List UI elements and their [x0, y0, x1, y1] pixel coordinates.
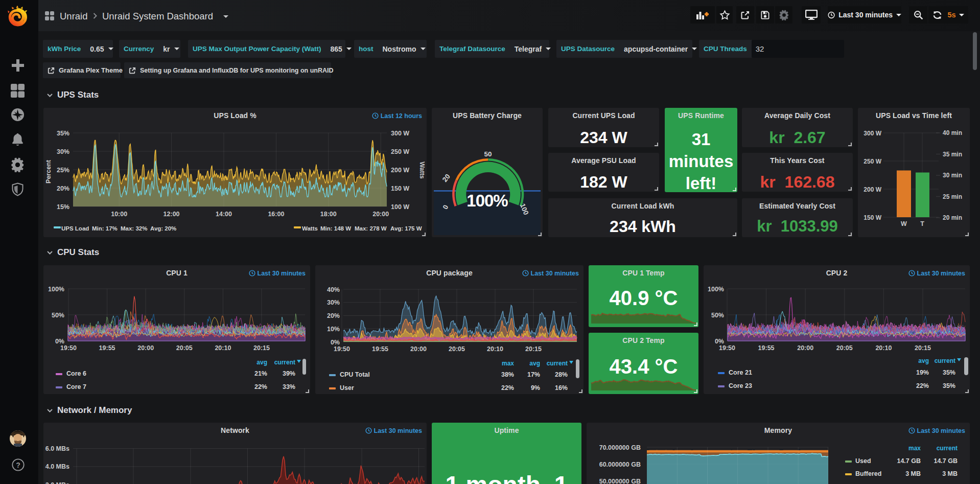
- svg-text:20:05: 20:05: [176, 344, 193, 352]
- svg-text:19:50: 19:50: [719, 344, 735, 352]
- svg-text:6.0 MBs: 6.0 MBs: [45, 445, 69, 452]
- svg-text:19:50: 19:50: [60, 344, 77, 352]
- svg-text:20:10: 20:10: [215, 344, 231, 352]
- svg-text:12:00: 12:00: [164, 211, 180, 218]
- svg-text:current: current: [937, 445, 958, 452]
- svg-text:22%: 22%: [254, 383, 267, 390]
- svg-text:Max: 32%: Max: 32%: [121, 225, 147, 232]
- svg-text:User: User: [340, 384, 354, 391]
- svg-text:33%: 33%: [283, 383, 295, 390]
- svg-text:20:00: 20:00: [410, 345, 427, 353]
- svg-text:20:00: 20:00: [137, 344, 154, 352]
- svg-text:CPU Total: CPU Total: [340, 371, 370, 378]
- svg-text:30%: 30%: [57, 148, 69, 155]
- svg-text:22%: 22%: [916, 382, 929, 389]
- svg-text:38%: 38%: [501, 371, 514, 378]
- svg-text:30 min: 30 min: [943, 172, 962, 179]
- svg-text:250 W: 250 W: [391, 148, 409, 155]
- svg-text:35%: 35%: [57, 130, 69, 137]
- svg-text:20:05: 20:05: [836, 344, 853, 352]
- svg-text:70.000000 GB: 70.000000 GB: [599, 444, 641, 451]
- svg-text:18:00: 18:00: [320, 211, 337, 218]
- svg-text:Core 21: Core 21: [729, 369, 752, 376]
- svg-text:0%: 0%: [331, 339, 340, 346]
- svg-text:2.0 MBs: 2.0 MBs: [45, 481, 69, 484]
- svg-text:100 W: 100 W: [391, 203, 409, 211]
- svg-text:Used: Used: [855, 457, 871, 465]
- svg-text:14:00: 14:00: [216, 211, 232, 218]
- svg-text:150 W: 150 W: [864, 214, 881, 221]
- svg-text:14.7 GB: 14.7 GB: [897, 457, 921, 465]
- svg-text:UPS Load: UPS Load: [61, 225, 89, 232]
- svg-text:4.0 MBs: 4.0 MBs: [45, 463, 69, 470]
- svg-text:avg: avg: [918, 357, 929, 364]
- svg-text:19:55: 19:55: [99, 344, 115, 352]
- svg-text:300 W: 300 W: [391, 130, 409, 137]
- svg-text:50: 50: [484, 150, 492, 158]
- svg-text:current: current: [274, 359, 295, 366]
- svg-text:300 W: 300 W: [864, 130, 881, 137]
- svg-text:Watts: Watts: [302, 225, 318, 232]
- svg-text:current: current: [547, 360, 568, 367]
- svg-text:20:05: 20:05: [449, 345, 465, 353]
- svg-text:17%: 17%: [527, 371, 540, 378]
- svg-text:20 min: 20 min: [943, 214, 962, 221]
- svg-text:50.000000 GB: 50.000000 GB: [599, 478, 641, 484]
- svg-text:100%: 100%: [708, 286, 724, 293]
- svg-text:40%: 40%: [327, 286, 340, 293]
- svg-text:39%: 39%: [283, 370, 295, 377]
- svg-text:W: W: [901, 220, 907, 227]
- svg-text:avg: avg: [529, 360, 540, 367]
- svg-text:16%: 16%: [555, 384, 568, 391]
- svg-text:100%: 100%: [48, 286, 64, 293]
- svg-text:0%: 0%: [715, 338, 724, 345]
- svg-text:19%: 19%: [916, 369, 929, 376]
- svg-text:20:00: 20:00: [372, 211, 389, 218]
- svg-text:20:15: 20:15: [915, 344, 931, 352]
- svg-text:max: max: [502, 360, 514, 367]
- svg-text:60.000000 GB: 60.000000 GB: [599, 461, 641, 468]
- svg-text:25%: 25%: [57, 167, 69, 174]
- svg-text:20:10: 20:10: [875, 344, 892, 352]
- svg-text:30%: 30%: [327, 299, 340, 306]
- svg-text:28%: 28%: [555, 371, 568, 378]
- svg-text:9%: 9%: [531, 384, 540, 391]
- svg-text:20:10: 20:10: [487, 345, 503, 353]
- svg-text:20:15: 20:15: [253, 344, 270, 352]
- svg-text:20: 20: [441, 173, 452, 183]
- svg-text:20%: 20%: [327, 312, 340, 319]
- svg-text:Max: 278 W: Max: 278 W: [355, 225, 387, 232]
- svg-text:Core 7: Core 7: [66, 383, 86, 390]
- svg-text:?: ?: [16, 461, 20, 469]
- svg-text:10%: 10%: [327, 326, 340, 333]
- svg-text:14.7 GB: 14.7 GB: [934, 457, 958, 465]
- svg-text:0%: 0%: [55, 338, 64, 345]
- svg-text:50%: 50%: [52, 312, 64, 319]
- svg-text:20:00: 20:00: [797, 344, 813, 352]
- svg-text:22%: 22%: [501, 384, 514, 391]
- svg-text:200 W: 200 W: [391, 167, 409, 174]
- svg-text:21%: 21%: [254, 370, 267, 377]
- svg-text:15%: 15%: [57, 203, 69, 211]
- svg-text:19:55: 19:55: [372, 345, 388, 353]
- svg-text:35%: 35%: [943, 369, 955, 376]
- svg-text:3 MB: 3 MB: [905, 470, 921, 477]
- svg-text:Min: 148 W: Min: 148 W: [320, 225, 351, 232]
- svg-text:Core 6: Core 6: [66, 370, 86, 377]
- svg-text:19:50: 19:50: [334, 345, 350, 353]
- svg-text:19:55: 19:55: [758, 344, 775, 352]
- svg-text:35%: 35%: [943, 382, 955, 389]
- svg-text:max: max: [908, 445, 921, 452]
- svg-text:avg: avg: [256, 359, 267, 366]
- svg-text:T: T: [920, 220, 924, 227]
- svg-text:10:00: 10:00: [111, 211, 127, 218]
- svg-text:150 W: 150 W: [391, 185, 409, 192]
- svg-text:Avg: 20%: Avg: 20%: [150, 225, 176, 232]
- svg-text:20%: 20%: [57, 185, 69, 192]
- svg-text:Percent: Percent: [45, 159, 52, 183]
- svg-text:20:15: 20:15: [525, 345, 542, 353]
- svg-text:200 W: 200 W: [864, 186, 881, 193]
- svg-text:16:00: 16:00: [268, 211, 284, 218]
- svg-text:Avg: 175 W: Avg: 175 W: [390, 225, 422, 232]
- svg-text:Watts: Watts: [418, 162, 426, 179]
